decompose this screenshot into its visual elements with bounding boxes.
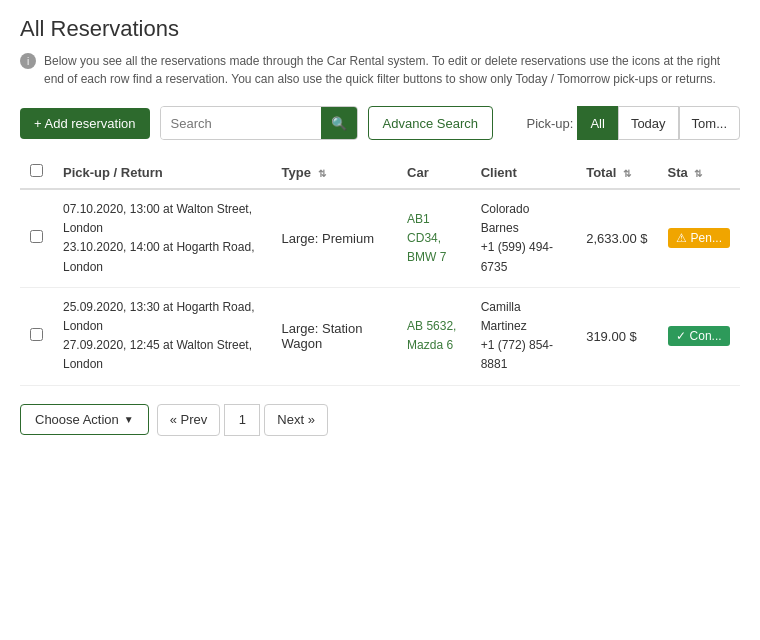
car-cell: AB1 CD34,BMW 7 bbox=[397, 189, 471, 287]
car-cell: AB 5632,Mazda 6 bbox=[397, 287, 471, 385]
type-text: Large: Station Wagon bbox=[282, 321, 363, 351]
bottom-bar: Choose Action ▼ « Prev 1 Next » bbox=[20, 404, 740, 436]
car-link[interactable]: AB1 CD34,BMW 7 bbox=[407, 212, 446, 264]
header-pickup-return: Pick-up / Return bbox=[53, 156, 272, 189]
table-row: 25.09.2020, 13:30 at Hogarth Road, Londo… bbox=[20, 287, 740, 385]
choose-action-button[interactable]: Choose Action ▼ bbox=[20, 404, 149, 435]
row-checkbox-cell bbox=[20, 189, 53, 287]
total-cell: 319.00 $ bbox=[576, 287, 657, 385]
status-cell: ⚠ Pen... bbox=[658, 189, 740, 287]
info-bar: i Below you see all the reservations mad… bbox=[20, 52, 740, 88]
status-sort-icon: ⇅ bbox=[694, 168, 702, 179]
dropdown-arrow-icon: ▼ bbox=[124, 414, 134, 425]
filter-today-button[interactable]: Today bbox=[618, 106, 679, 140]
page-title: All Reservations bbox=[20, 16, 740, 42]
warning-icon: ⚠ bbox=[676, 231, 687, 245]
pagination: « Prev 1 Next » bbox=[157, 404, 328, 436]
reservations-table: Pick-up / Return Type ⇅ Car Client Total… bbox=[20, 156, 740, 386]
type-sort-icon: ⇅ bbox=[318, 168, 326, 179]
prev-page-button[interactable]: « Prev bbox=[157, 404, 221, 436]
pickup-return-text: 25.09.2020, 13:30 at Hogarth Road, Londo… bbox=[63, 298, 262, 375]
advance-search-button[interactable]: Advance Search bbox=[368, 106, 493, 140]
header-status: Sta ⇅ bbox=[658, 156, 740, 189]
client-cell: Colorado Barnes+1 (599) 494-6735 bbox=[471, 189, 577, 287]
total-cell: 2,633.00 $ bbox=[576, 189, 657, 287]
pickup-return-cell: 25.09.2020, 13:30 at Hogarth Road, Londo… bbox=[53, 287, 272, 385]
status-cell: ✓ Con... bbox=[658, 287, 740, 385]
header-client: Client bbox=[471, 156, 577, 189]
check-icon: ✓ bbox=[676, 329, 686, 343]
type-cell: Large: Station Wagon bbox=[272, 287, 398, 385]
pickup-return-cell: 07.10.2020, 13:00 at Walton Street, Lond… bbox=[53, 189, 272, 287]
filter-group: Pick-up: All Today Tom... bbox=[526, 106, 740, 140]
table-header-row: Pick-up / Return Type ⇅ Car Client Total… bbox=[20, 156, 740, 189]
client-info: Camilla Martinez+1 (772) 854-8881 bbox=[481, 298, 567, 375]
client-cell: Camilla Martinez+1 (772) 854-8881 bbox=[471, 287, 577, 385]
row-checkbox-2[interactable] bbox=[30, 328, 43, 341]
row-checkbox-1[interactable] bbox=[30, 230, 43, 243]
info-text: Below you see all the reservations made … bbox=[44, 52, 740, 88]
next-page-button[interactable]: Next » bbox=[264, 404, 328, 436]
search-button[interactable]: 🔍 bbox=[321, 107, 357, 139]
header-type: Type ⇅ bbox=[272, 156, 398, 189]
search-wrapper: 🔍 bbox=[160, 106, 358, 140]
pickup-filter-label: Pick-up: bbox=[526, 116, 573, 131]
total-sort-icon: ⇅ bbox=[623, 168, 631, 179]
header-checkbox-cell bbox=[20, 156, 53, 189]
status-badge: ✓ Con... bbox=[668, 326, 730, 346]
client-info: Colorado Barnes+1 (599) 494-6735 bbox=[481, 200, 567, 277]
toolbar: + Add reservation 🔍 Advance Search Pick-… bbox=[20, 106, 740, 140]
filter-all-button[interactable]: All bbox=[577, 106, 617, 140]
pickup-return-text: 07.10.2020, 13:00 at Walton Street, Lond… bbox=[63, 200, 262, 277]
filter-tomorrow-button[interactable]: Tom... bbox=[679, 106, 740, 140]
row-checkbox-cell bbox=[20, 287, 53, 385]
info-icon: i bbox=[20, 53, 36, 69]
type-cell: Large: Premium bbox=[272, 189, 398, 287]
search-icon: 🔍 bbox=[331, 116, 347, 131]
select-all-checkbox[interactable] bbox=[30, 164, 43, 177]
search-input[interactable] bbox=[161, 107, 321, 139]
add-reservation-button[interactable]: + Add reservation bbox=[20, 108, 150, 139]
type-text: Large: Premium bbox=[282, 231, 374, 246]
header-car: Car bbox=[397, 156, 471, 189]
car-link[interactable]: AB 5632,Mazda 6 bbox=[407, 319, 456, 352]
status-badge: ⚠ Pen... bbox=[668, 228, 730, 248]
table-row: 07.10.2020, 13:00 at Walton Street, Lond… bbox=[20, 189, 740, 287]
current-page-number: 1 bbox=[224, 404, 260, 436]
header-total: Total ⇅ bbox=[576, 156, 657, 189]
choose-action-label: Choose Action bbox=[35, 412, 119, 427]
